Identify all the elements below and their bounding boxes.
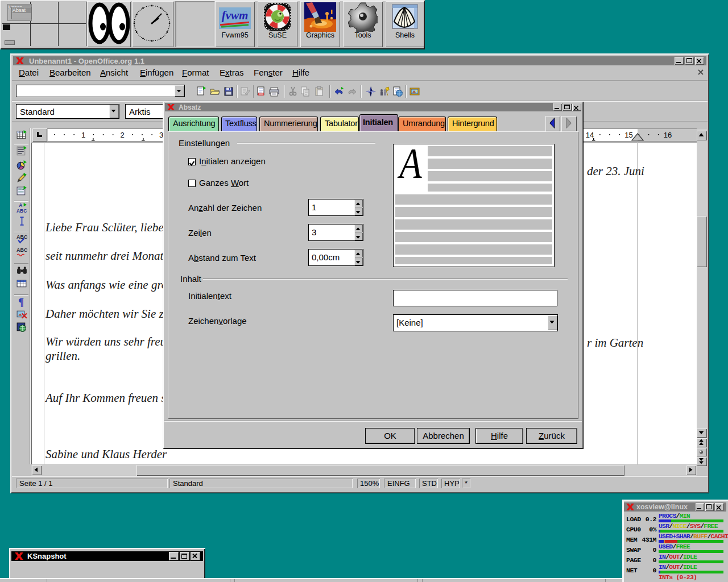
svg-text:14: 14 — [586, 131, 594, 139]
svg-text:1: 1 — [81, 131, 85, 139]
svg-text:ABC: ABC — [16, 247, 28, 253]
svg-text:ABC: ABC — [16, 234, 28, 240]
svg-text:16: 16 — [664, 131, 672, 139]
svg-text:2: 2 — [120, 131, 124, 139]
svg-text:ABC: ABC — [16, 208, 27, 214]
svg-text:¶: ¶ — [18, 297, 24, 308]
svg-text:15: 15 — [624, 131, 632, 139]
